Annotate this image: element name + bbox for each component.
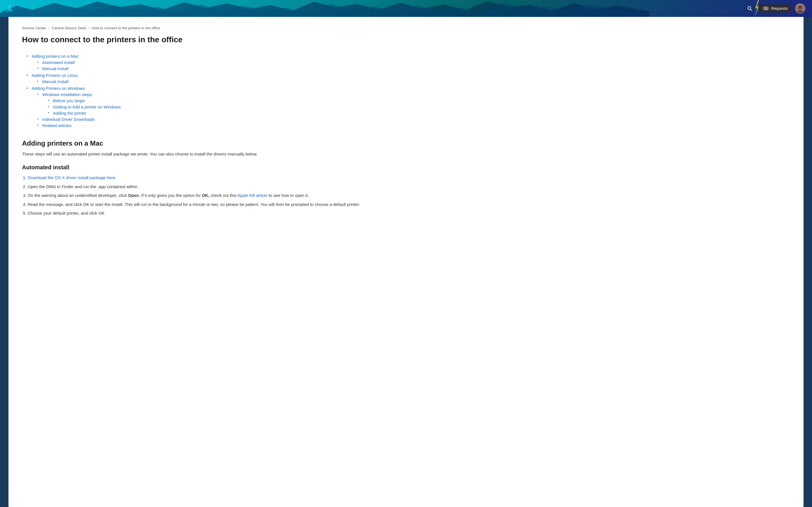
toc-link-mac[interactable]: Adding printers on a Mac — [32, 54, 79, 59]
toc-item-before-begin: Before you begin — [48, 98, 790, 103]
svg-line-6 — [751, 9, 752, 11]
toc-link-driver-downloads[interactable]: Individual Driver Downloads — [42, 117, 95, 122]
automated-heading: Automated install — [22, 164, 790, 171]
toc-link-manual-linux[interactable]: Manual Install — [42, 79, 68, 84]
toc-link-windows-steps[interactable]: Windows installation steps — [42, 92, 92, 97]
toc-item-windows: Adding Printers on Windows Windows insta… — [27, 86, 790, 128]
table-of-contents: Adding printers on a Mac Automated insta… — [27, 54, 790, 128]
breadcrumb-current: How to connect to the printers in the of… — [92, 26, 160, 30]
section-mac: Adding printers on a Mac These steps wil… — [22, 139, 790, 217]
svg-point-8 — [799, 6, 802, 9]
mac-section-heading: Adding printers on a Mac — [22, 139, 790, 147]
dot-pattern — [0, 0, 812, 17]
page-title: How to connect to the printers in the of… — [22, 35, 790, 45]
breadcrumb-service-center[interactable]: Service Center — [22, 26, 46, 30]
toc-link-adding-printer[interactable]: Adding the printer — [53, 111, 86, 115]
step-2: Open the DMG in Finder and run the .app … — [28, 183, 790, 190]
toc-item-mac: Adding printers on a Mac Automated insta… — [27, 54, 790, 71]
download-link[interactable]: Download the OS X driver install package… — [28, 175, 116, 180]
top-bar-actions: 11 Requests — [745, 3, 805, 13]
step-5: Choose your default printer, and click O… — [28, 210, 790, 217]
step-1: Download the OS X driver install package… — [28, 174, 790, 181]
requests-badge: 11 — [762, 6, 769, 11]
breadcrumb-sep-2: / — [89, 26, 90, 30]
toc-item-adding-printer: Adding the printer — [48, 111, 790, 116]
toc-item-driver-downloads: Individual Driver Downloads — [37, 117, 790, 122]
step-4: Read the message, and click OK to start … — [28, 201, 790, 208]
toc-item-automated: Automated install — [37, 60, 790, 65]
toc-link-manual-mac[interactable]: Manual Install — [42, 66, 68, 71]
toc-link-linux[interactable]: Adding Printers on Linux — [32, 73, 78, 78]
step-3: On the warning about an unidentified dev… — [28, 192, 790, 199]
automated-steps-list: Download the OS X driver install package… — [28, 174, 790, 217]
breadcrumb-central-service-desk[interactable]: Central Service Desk — [52, 26, 86, 30]
toc-item-getting-add-printer: Getting to Add a printer on Windows — [48, 105, 790, 110]
toc-item-related: Related articles — [37, 123, 790, 128]
toc-item-linux: Adding Printers on Linux Manual Install — [27, 73, 790, 84]
apple-kb-link[interactable]: Apple KB article — [238, 193, 267, 198]
toc-item-windows-steps: Windows installation steps Before you be… — [37, 92, 790, 116]
toc-link-windows[interactable]: Adding Printers on Windows — [32, 86, 85, 91]
toc-link-getting-add-printer[interactable]: Getting to Add a printer on Windows — [53, 105, 121, 109]
main-content: Service Center / Central Service Desk / … — [8, 17, 804, 507]
requests-button[interactable]: 11 Requests — [758, 4, 792, 12]
toc-item-manual-mac: Manual Install — [37, 66, 790, 71]
toc-link-automated[interactable]: Automated install — [42, 60, 75, 65]
requests-label: Requests — [771, 6, 788, 11]
top-bar: 11 Requests — [0, 0, 812, 17]
avatar[interactable] — [795, 3, 805, 13]
mac-section-desc: These steps will use an automated printe… — [22, 151, 790, 158]
search-button[interactable] — [745, 3, 755, 13]
toc-link-related[interactable]: Related articles — [42, 123, 71, 128]
breadcrumb: Service Center / Central Service Desk / … — [22, 26, 790, 30]
toc-item-manual-linux: Manual Install — [37, 79, 790, 84]
toc-link-before-begin[interactable]: Before you begin — [53, 98, 85, 103]
subsection-automated: Automated install Download the OS X driv… — [22, 164, 790, 217]
breadcrumb-sep-1: / — [49, 26, 50, 30]
